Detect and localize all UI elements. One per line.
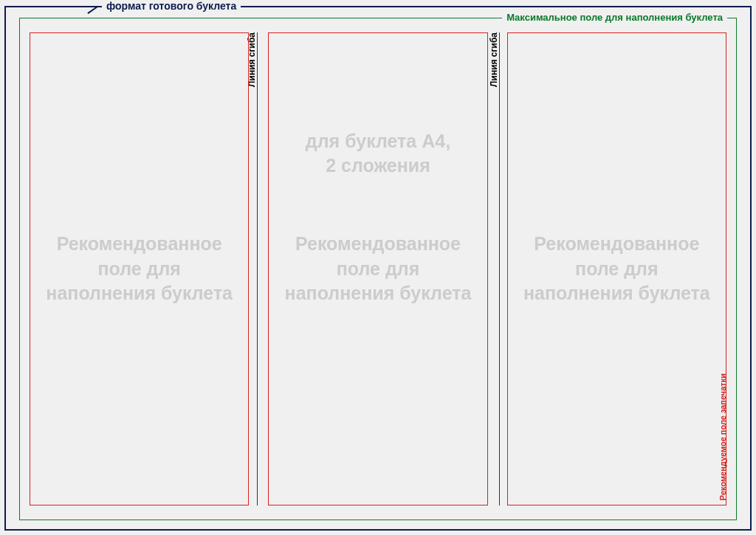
panel-subtitle: для буклета А4,2 сложения	[269, 129, 487, 177]
print-area-label: Рекомендуемое поле запечатки	[718, 373, 727, 500]
panel-left-text: Рекомендованное поле для наполнения букл…	[45, 232, 233, 306]
panel-left: Рекомендованное поле для наполнения букл…	[30, 32, 249, 505]
panel-right-text: Рекомендованное поле для наполнения букл…	[523, 232, 711, 306]
panels-container: Рекомендованное поле для наполнения букл…	[30, 32, 726, 505]
panel-right: Рекомендованное поле для наполнения букл…	[507, 32, 726, 505]
panel-center-text: Рекомендованное поле для наполнения букл…	[284, 232, 472, 306]
max-content-label: Максимальное поле для наполнения буклета	[502, 12, 727, 23]
frame-tick-mark	[87, 6, 97, 14]
booklet-format-label: формат готового буклета	[102, 0, 241, 12]
panel-center: для буклета А4,2 сложения Рекомендованно…	[268, 32, 487, 505]
